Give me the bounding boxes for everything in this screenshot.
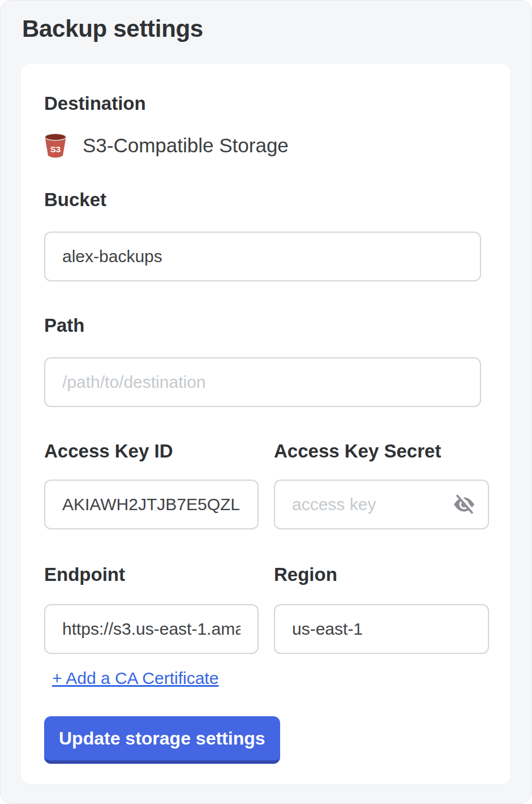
region-input[interactable] (274, 604, 489, 654)
access-key-secret-wrap (274, 480, 489, 529)
page-title: Backup settings (22, 15, 203, 42)
svg-text:S3: S3 (50, 144, 61, 154)
update-storage-settings-button[interactable]: Update storage settings (44, 716, 280, 764)
region-field: Region (274, 529, 489, 654)
backup-settings-card: Destination S3 S3-Compatible Storage Buc… (21, 64, 510, 784)
bucket-label: Bucket (44, 189, 489, 211)
access-key-secret-label: Access Key Secret (274, 440, 489, 463)
access-key-id-input[interactable] (44, 480, 259, 529)
path-label: Path (44, 314, 489, 337)
access-key-row: Access Key ID Access Key Secret (44, 407, 489, 529)
add-ca-certificate-link[interactable]: + Add a CA Certificate (52, 669, 218, 688)
destination-label: Destination (44, 92, 489, 115)
path-input[interactable] (44, 357, 481, 407)
destination-value: S3-Compatible Storage (83, 134, 289, 157)
access-key-id-field: Access Key ID (44, 407, 259, 529)
s3-bucket-icon: S3 (44, 133, 67, 158)
bucket-input[interactable] (44, 232, 481, 281)
eye-off-icon (452, 492, 477, 517)
destination-row: S3 S3-Compatible Storage (44, 132, 489, 159)
endpoint-region-row: Endpoint Region (44, 529, 489, 654)
access-key-secret-field: Access Key Secret (274, 407, 489, 529)
access-key-id-label: Access Key ID (44, 440, 259, 463)
region-label: Region (274, 563, 489, 586)
backup-settings-page: Backup settings Destination S3 S3-Compat… (0, 0, 532, 804)
endpoint-input[interactable] (44, 604, 259, 654)
toggle-secret-visibility-button[interactable] (452, 492, 477, 517)
endpoint-field: Endpoint (44, 529, 259, 654)
endpoint-label: Endpoint (44, 563, 259, 586)
